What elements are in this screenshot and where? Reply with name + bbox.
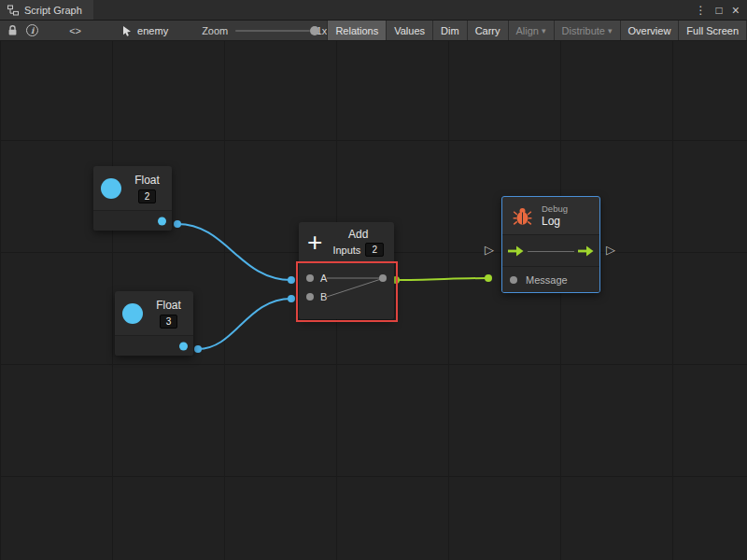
dropdown-distribute-label: Distribute xyxy=(562,25,605,36)
port-row-b: B xyxy=(299,287,394,306)
pointer-icon xyxy=(121,25,133,36)
graph-breadcrumb[interactable]: enemy xyxy=(121,21,168,40)
relation-line xyxy=(528,251,574,252)
toggle-values[interactable]: Values xyxy=(386,21,432,40)
message-input-port[interactable] xyxy=(510,276,517,284)
node-float-1[interactable]: Float 2 xyxy=(93,166,172,231)
zoom-slider[interactable] xyxy=(235,21,309,40)
flow-out-arrow-icon[interactable] xyxy=(578,245,594,257)
window-controls: ⋮ □ × xyxy=(696,0,747,20)
node-debug-log[interactable]: Debug Log Message xyxy=(501,196,600,293)
toggle-relations[interactable]: Relations xyxy=(327,21,386,40)
chevron-down-icon: ▾ xyxy=(542,26,546,35)
float-type-icon xyxy=(122,303,143,324)
node-category: Debug xyxy=(542,203,568,214)
inputs-label: Inputs xyxy=(332,245,360,256)
add-output-port[interactable] xyxy=(379,274,387,282)
graph-toolbar: i <> enemy Zoom 1x Relations Values Dim … xyxy=(0,21,747,41)
node-title: Float xyxy=(134,174,160,187)
zoom-label: Zoom xyxy=(202,21,228,40)
close-icon[interactable]: × xyxy=(732,4,740,17)
float-type-icon xyxy=(101,178,121,199)
info-icon[interactable]: i xyxy=(26,21,38,40)
port-b-label: B xyxy=(320,291,327,302)
node-float-2[interactable]: Float 3 xyxy=(115,291,193,356)
add-header: + Add Inputs 2 xyxy=(299,222,394,261)
debug-flow-row xyxy=(502,234,599,266)
bug-icon xyxy=(513,206,532,226)
add-input-b-port[interactable] xyxy=(306,293,314,301)
flow-output-triangle[interactable]: ▷ xyxy=(606,244,615,256)
add-inputs-count-field[interactable]: 2 xyxy=(365,243,384,257)
script-graph-icon xyxy=(7,5,19,16)
dropdown-align-label: Align xyxy=(516,25,539,36)
debug-message-row: Message xyxy=(502,266,599,292)
toolbar-toggle-group: Relations Values Dim Carry Align ▾ Distr… xyxy=(327,21,747,40)
tab-script-graph[interactable]: Script Graph xyxy=(0,0,93,20)
float-1-body: Float 2 xyxy=(93,166,172,210)
float-1-port-row xyxy=(93,210,172,231)
node-title: Log xyxy=(542,215,568,228)
zoom-slider-track xyxy=(235,30,309,32)
add-ports-section: A B xyxy=(299,261,394,319)
float-2-value-field[interactable]: 3 xyxy=(160,315,178,329)
node-title: Float xyxy=(156,299,181,312)
graph-canvas[interactable]: Float 2 Float 3 + Add Inputs xyxy=(0,41,747,560)
flow-input-triangle[interactable]: ▷ xyxy=(485,244,494,256)
plus-icon: + xyxy=(307,231,322,254)
chevron-down-icon: ▾ xyxy=(608,26,613,35)
node-add[interactable]: + Add Inputs 2 A B xyxy=(299,222,394,319)
lock-icon[interactable] xyxy=(7,21,18,40)
window-titlebar: Script Graph ⋮ □ × xyxy=(0,0,747,21)
float-1-output-port[interactable] xyxy=(158,217,166,225)
dropdown-align[interactable]: Align ▾ xyxy=(508,21,554,40)
debug-header: Debug Log xyxy=(502,197,599,234)
menu-icon[interactable]: ⋮ xyxy=(696,5,707,16)
button-overview[interactable]: Overview xyxy=(620,21,679,40)
zoom-slider-handle[interactable] xyxy=(310,26,319,35)
flow-in-arrow-icon[interactable] xyxy=(508,245,524,257)
maximize-icon[interactable]: □ xyxy=(716,5,723,16)
float-2-output-port[interactable] xyxy=(179,342,188,350)
button-full-screen[interactable]: Full Screen xyxy=(678,21,747,40)
message-label: Message xyxy=(526,274,568,286)
dropdown-distribute[interactable]: Distribute ▾ xyxy=(554,21,620,40)
add-input-a-port[interactable] xyxy=(306,274,314,282)
toggle-carry[interactable]: Carry xyxy=(467,21,508,40)
port-a-label: A xyxy=(320,273,327,284)
float-2-port-row xyxy=(115,335,193,356)
float-2-body: Float 3 xyxy=(115,291,193,335)
tab-title: Script Graph xyxy=(24,5,82,16)
float-1-value-field[interactable]: 2 xyxy=(138,189,157,203)
code-icon[interactable]: <> xyxy=(66,21,84,40)
graph-name: enemy xyxy=(137,25,168,36)
toggle-dim[interactable]: Dim xyxy=(432,21,467,40)
node-title: Add xyxy=(348,228,368,241)
